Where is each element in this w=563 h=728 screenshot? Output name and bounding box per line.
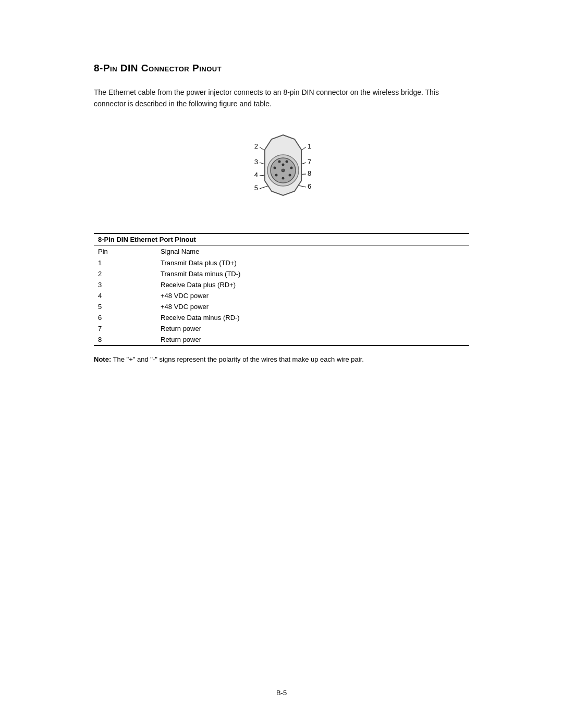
- column-header-signal: Signal Name: [156, 245, 469, 257]
- pin-7-label: 7: [308, 158, 311, 166]
- signal-name: Receive Data plus (RD+): [156, 279, 469, 290]
- pin-4-label: 4: [254, 171, 258, 179]
- pinout-table: 8-Pin DIN Ethernet Port Pinout Pin Signa…: [94, 233, 469, 346]
- table-body: 1Transmit Data plus (TD+)2Transmit Data …: [94, 257, 469, 345]
- signal-name: Return power: [156, 334, 469, 345]
- table-row: 2Transmit Data minus (TD-): [94, 268, 469, 279]
- table-row: 3Receive Data plus (RD+): [94, 279, 469, 290]
- note-label: Note:: [94, 355, 111, 363]
- pin-hole-4: [275, 174, 278, 176]
- pin-number: 1: [94, 257, 156, 268]
- signal-name: Return power: [156, 323, 469, 334]
- intro-paragraph: The Ethernet cable from the power inject…: [94, 87, 469, 110]
- table-row: 6Receive Data minus (RD-): [94, 312, 469, 323]
- pin-5-label: 5: [254, 184, 258, 192]
- signal-name: +48 VDC power: [156, 290, 469, 301]
- pin-hole-7: [290, 166, 293, 169]
- center-pin: [282, 169, 285, 172]
- column-header-pin: Pin: [94, 245, 156, 257]
- pin-6-label: 6: [308, 182, 311, 190]
- pin-number: 4: [94, 290, 156, 301]
- pin-number: 7: [94, 323, 156, 334]
- pin-number: 8: [94, 334, 156, 345]
- pin-number: 6: [94, 312, 156, 323]
- table-row: 4+48 VDC power: [94, 290, 469, 301]
- table-row: 5+48 VDC power: [94, 301, 469, 312]
- pin-3-label: 3: [254, 158, 258, 166]
- connector-svg: 2 3 4 5 1 7 8 6: [209, 129, 354, 212]
- din-connector-diagram: 2 3 4 5 1 7 8 6: [94, 129, 469, 212]
- signal-name: +48 VDC power: [156, 301, 469, 312]
- page-container: 8-Pin DIN Connector Pinout The Ethernet …: [0, 0, 563, 728]
- pin-hole-3: [274, 166, 276, 169]
- pin-8-label: 8: [308, 169, 311, 177]
- signal-name: Receive Data minus (RD-): [156, 312, 469, 323]
- pin-number: 3: [94, 279, 156, 290]
- pin-2-label: 2: [254, 142, 258, 150]
- table-row: 1Transmit Data plus (TD+): [94, 257, 469, 268]
- pin-number: 2: [94, 268, 156, 279]
- table-row: 7Return power: [94, 323, 469, 334]
- table-row: 8Return power: [94, 334, 469, 345]
- title-prefix: 8-: [94, 63, 103, 73]
- pin-hole-8: [282, 163, 285, 166]
- pin-hole-1: [286, 160, 288, 163]
- note-content: The "+" and "-" signs represent the pola…: [113, 355, 364, 363]
- page-number: B-5: [276, 689, 287, 697]
- pin-number: 5: [94, 301, 156, 312]
- signal-name: Transmit Data plus (TD+): [156, 257, 469, 268]
- section-title: 8-Pin DIN Connector Pinout: [94, 63, 469, 74]
- title-main: Pin DIN Connector Pinout: [103, 63, 222, 73]
- pin-hole-2: [278, 160, 281, 163]
- table-caption: 8-Pin DIN Ethernet Port Pinout: [94, 233, 469, 245]
- pin-hole-6: [289, 174, 291, 176]
- pin-hole-5: [282, 177, 285, 179]
- note-paragraph: Note: The "+" and "-" signs represent th…: [94, 354, 469, 365]
- pin-1-label: 1: [308, 142, 311, 150]
- signal-name: Transmit Data minus (TD-): [156, 268, 469, 279]
